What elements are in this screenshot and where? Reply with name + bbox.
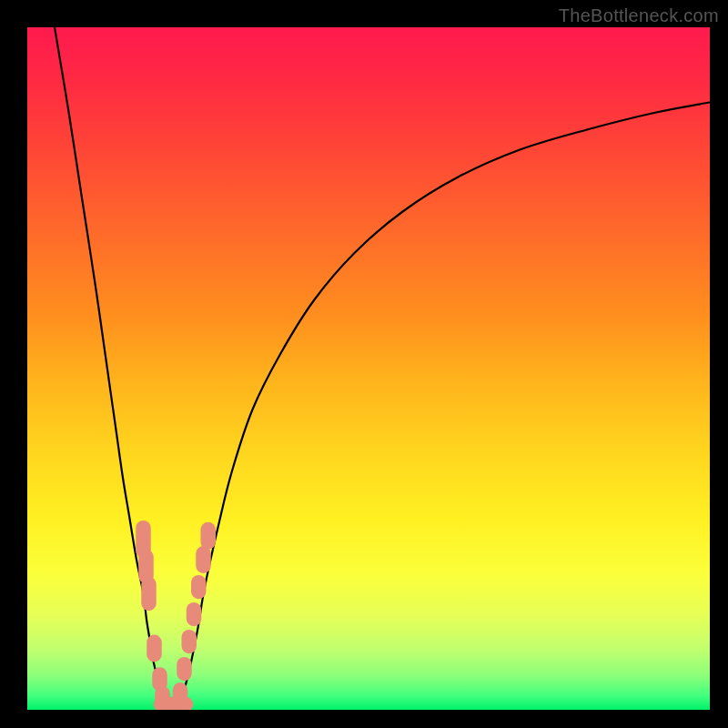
plot-svg: [27, 27, 710, 710]
marker-right-markers-6: [201, 522, 217, 550]
marker-right-markers-2: [182, 630, 197, 653]
watermark-text: TheBottleneck.com: [559, 5, 719, 26]
marker-left-markers-2: [141, 577, 157, 612]
chart-frame: TheBottleneck.com: [0, 0, 728, 728]
marker-floor-markers-2: [173, 697, 194, 710]
marker-right-markers-5: [196, 546, 211, 573]
plot-area: [27, 27, 710, 710]
marker-right-markers-1: [177, 657, 192, 681]
marker-left-markers-3: [147, 635, 162, 662]
curve-right-curve: [177, 103, 710, 703]
marker-right-markers-4: [191, 575, 207, 599]
marker-right-markers-3: [187, 602, 202, 626]
